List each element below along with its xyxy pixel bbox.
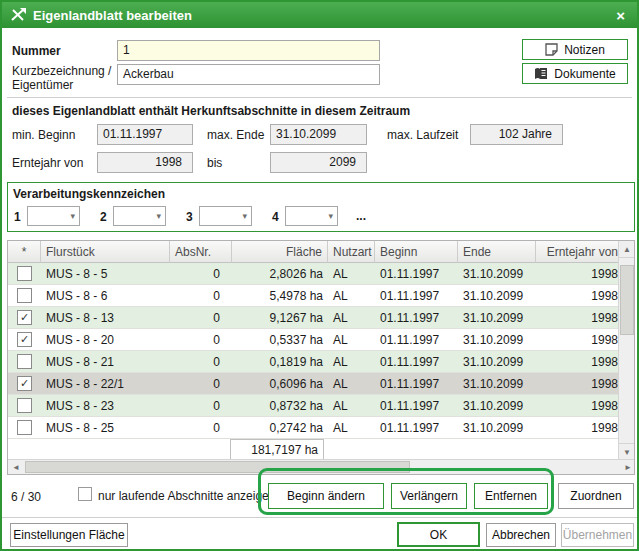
beginn-aendern-button[interactable]: Beginn ändern [268,483,384,509]
flaeche-cell: 9,1267 ha [232,307,328,328]
flurstueck-cell: MUS - 8 - 21 [41,351,170,372]
beginn-cell: 01.11.1997 [375,351,458,372]
ende-cell: 31.10.2099 [458,285,536,306]
kurzbezeichnung-label: Kurzbezeichnung / Eigentümer [12,64,112,92]
vertical-scrollbar-thumb[interactable] [620,265,634,335]
filter-checkbox[interactable] [78,487,92,501]
flurstueck-cell: MUS - 8 - 23 [41,395,170,416]
row-checkbox[interactable]: ✓ [17,332,32,347]
horizontal-scrollbar-thumb[interactable] [25,461,410,473]
table-row[interactable]: ✓ MUS - 8 - 23 0 0,8732 ha AL 01.11.1997… [8,395,620,417]
row-checkbox[interactable]: ✓ [17,288,32,303]
col-check[interactable]: * [8,241,41,263]
kurzbezeichnung-input[interactable]: Ackerbau [117,64,380,85]
eigenlandblatt-dialog: Eigenlandblatt bearbeiten × Nummer 1 Kur… [0,0,639,551]
erntejahr-cell: 1998 [536,329,620,350]
scroll-down-icon[interactable]: ▼ [619,443,635,460]
notizen-button[interactable]: Notizen [522,39,628,60]
row-checkbox[interactable]: ✓ [17,420,32,435]
verlaengern-button[interactable]: Verlängern [391,483,467,509]
flurstueck-cell: MUS - 8 - 5 [41,263,170,284]
erntejahr-von-field: 1998 [97,152,193,173]
kennzeichen-1-label: 1 [14,210,21,224]
einstellungen-flaeche-button[interactable]: Einstellungen Fläche [10,523,128,547]
nutzart-cell: AL [328,417,375,438]
col-ende[interactable]: Ende [458,241,536,263]
horizontal-scrollbar[interactable]: ◄ ► [8,459,635,474]
col-flurstueck[interactable]: Flurstück [41,241,170,263]
kennzeichen-3-dropdown[interactable]: ▾ [199,206,252,226]
col-erntejahr[interactable]: Erntejahr von [536,241,620,263]
chevron-down-icon: ▾ [328,211,333,221]
col-absnr[interactable]: AbsNr. [170,241,232,263]
app-icon [10,8,26,22]
kennzeichen-4-dropdown[interactable]: ▾ [285,206,338,226]
col-beginn[interactable]: Beginn [375,241,458,263]
row-checkbox[interactable]: ✓ [17,398,32,413]
table-row[interactable]: ✓ MUS - 8 - 21 0 0,1819 ha AL 01.11.1997… [8,351,620,373]
kennzeichen-4-label: 4 [272,210,279,224]
flaeche-cell: 0,1819 ha [232,351,328,372]
kennzeichen-1-dropdown[interactable]: ▾ [27,206,80,226]
flaeche-cell: 0,8732 ha [232,395,328,416]
kennzeichen-2-dropdown[interactable]: ▾ [113,206,166,226]
absnr-cell: 0 [170,329,232,350]
verarbeitungskennzeichen-box: Verarbeitungskennzeichen 1 ▾ 2 ▾ 3 ▾ 4 ▾… [7,182,635,232]
col-nutzart[interactable]: Nutzart [328,241,375,263]
max-ende-field: 31.10.2099 [270,124,367,145]
flaeche-total: 181,7197 ha [230,439,324,461]
flaeche-cell: 5,4978 ha [232,285,328,306]
title-bar[interactable]: Eigenlandblatt bearbeiten × [2,2,637,28]
nutzart-cell: AL [328,263,375,284]
separator [7,97,632,98]
table-row[interactable]: ✓ MUS - 8 - 5 0 2,8026 ha AL 01.11.1997 … [8,263,620,285]
erntejahr-cell: 1998 [536,373,620,394]
row-checkbox[interactable]: ✓ [17,266,32,281]
flaeche-cell: 2,8026 ha [232,263,328,284]
zuordnen-button[interactable]: Zuordnen [558,483,634,509]
kennzeichen-2-label: 2 [100,210,107,224]
ende-cell: 31.10.2099 [458,351,536,372]
table-row[interactable]: ✓ MUS - 8 - 25 0 0,2742 ha AL 01.11.1997… [8,417,620,439]
vertical-scrollbar[interactable]: ▲ ▼ [618,241,634,460]
ende-cell: 31.10.2099 [458,263,536,284]
zeitraum-heading: dieses Eigenlandblatt enthält Herkunftsa… [12,104,410,118]
table-row[interactable]: ✓ MUS - 8 - 13 0 9,1267 ha AL 01.11.1997… [8,307,620,329]
kennzeichen-3-label: 3 [186,210,193,224]
scroll-right-icon[interactable]: ► [620,460,635,474]
ende-cell: 31.10.2099 [458,307,536,328]
ende-cell: 31.10.2099 [458,395,536,416]
row-checkbox[interactable]: ✓ [17,310,32,325]
min-beginn-field: 01.11.1997 [97,124,193,145]
ok-button[interactable]: OK [397,522,480,547]
dokumente-button[interactable]: Dokumente [522,63,628,84]
absnr-cell: 0 [170,307,232,328]
erntejahr-bis-field: 2099 [270,152,367,173]
beginn-cell: 01.11.1997 [375,307,458,328]
erntejahr-cell: 1998 [536,351,620,372]
table-row[interactable]: ✓ MUS - 8 - 6 0 5,4978 ha AL 01.11.1997 … [8,285,620,307]
row-checkbox[interactable]: ✓ [17,354,32,369]
col-flaeche[interactable]: Fläche [232,241,328,263]
close-icon[interactable]: × [612,7,629,24]
table-row[interactable]: ✓ MUS - 8 - 20 0 0,5337 ha AL 01.11.1997… [8,329,620,351]
entfernen-button[interactable]: Entfernen [474,483,548,509]
ende-cell: 31.10.2099 [458,329,536,350]
scroll-left-icon[interactable]: ◄ [8,460,24,474]
nummer-input[interactable]: 1 [117,40,380,61]
separator [2,517,637,518]
absnr-cell: 0 [170,373,232,394]
check-icon: ✓ [20,311,29,324]
flurstueck-cell: MUS - 8 - 13 [41,307,170,328]
nutzart-cell: AL [328,329,375,350]
row-checkbox[interactable]: ✓ [17,376,32,391]
kennzeichen-more: ... [356,209,366,223]
abbrechen-button[interactable]: Abbrechen [486,523,556,547]
table-row[interactable]: ✓ MUS - 8 - 22/1 0 0,6096 ha AL 01.11.19… [8,373,620,395]
flaeche-cell: 0,2742 ha [232,417,328,438]
uebernehmen-button[interactable]: Übernehmen [561,523,634,547]
chevron-down-icon: ▾ [242,211,247,221]
chevron-down-icon: ▾ [70,211,75,221]
scroll-up-icon[interactable]: ▲ [619,241,635,258]
absnr-cell: 0 [170,263,232,284]
